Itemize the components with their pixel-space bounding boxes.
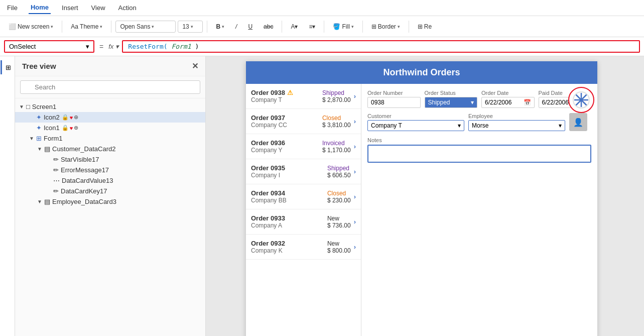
border-button[interactable]: ⊞ Border ▾ — [367, 21, 405, 33]
theme-button[interactable]: Aa Theme ▾ — [66, 21, 107, 33]
formula-input[interactable]: ResetForm( Form1 ) — [122, 40, 640, 53]
value-order-date: 6/22/2006 — [485, 99, 511, 106]
menu-view[interactable]: View — [89, 2, 107, 14]
select-customer[interactable]: Company T ▾ — [367, 120, 464, 131]
formula-keyword: ResetForm( — [128, 43, 167, 50]
order-amount-0938: $ 2,870.00 — [322, 96, 351, 103]
fill-label: Fill — [342, 23, 349, 30]
fill-icon: 🪣 — [333, 23, 340, 30]
order-company-0936: Company Y — [251, 147, 285, 154]
icon1-lock: 🔒 — [62, 125, 69, 131]
bold-button[interactable]: B ▾ — [211, 21, 229, 33]
strikethrough-button[interactable]: abc — [259, 21, 278, 33]
order-row-0933[interactable]: Order 0933 Company A New $ 736.00 › — [246, 209, 361, 235]
menu-action[interactable]: Action — [116, 2, 139, 14]
tree-close-icon[interactable]: ✕ — [192, 61, 198, 71]
icon-datacardval13: ⋯ — [53, 177, 60, 184]
fill-button[interactable]: 🪣 Fill ▾ — [328, 21, 358, 33]
icon-employee-dc3: ▤ — [44, 198, 50, 205]
label-datacardval13: DataCardValue13 — [62, 177, 113, 184]
menu-file[interactable]: File — [5, 2, 20, 14]
tree-node-icon1[interactable]: ✦ Icon1 🔒 ♥ ⊕ — [15, 123, 205, 133]
font-size-selector[interactable]: 13 ▾ — [178, 21, 203, 33]
input-order-date[interactable]: 6/22/2006 📅 — [481, 97, 535, 108]
input-order-number[interactable]: 0938 — [367, 97, 421, 108]
label-errormsg17: ErrorMessage17 — [61, 166, 109, 174]
order-number-0935: Order 0935 — [251, 164, 285, 172]
icon-overlay[interactable] — [568, 87, 594, 113]
menu-bar: File Home Insert View Action — [0, 0, 644, 16]
app-body: Order 0938 ⚠ Company T Shipped $ 2,870.0… — [246, 84, 597, 336]
warning-icon-0938: ⚠ — [287, 89, 293, 96]
order-info-0935: Shipped $ 606.50 — [327, 165, 351, 179]
font-family-selector[interactable]: Open Sans ▾ — [115, 21, 176, 33]
tree-search-area: 🔍 — [15, 76, 205, 98]
sep5 — [324, 21, 324, 33]
font-color-button[interactable]: A▾ — [286, 21, 302, 33]
icon-customer-dc2: ▤ — [44, 145, 50, 153]
tree-node-datacardkey17[interactable]: ✏ DataCardKey17 — [15, 186, 205, 196]
order-row-0935[interactable]: Order 0935 Company I Shipped $ 606.50 › — [246, 159, 361, 184]
layers-icon-btn[interactable]: ⊞ — [1, 60, 15, 74]
bold-chevron: ▾ — [222, 24, 224, 29]
order-number-0933: Order 0933 — [251, 214, 285, 222]
order-company-0937: Company CC — [251, 122, 287, 129]
order-row-0938[interactable]: Order 0938 ⚠ Company T Shipped $ 2,870.0… — [246, 84, 361, 109]
font-family-chevron: ▾ — [152, 24, 154, 29]
menu-insert[interactable]: Insert — [60, 2, 80, 14]
tree-node-starvisible17[interactable]: ✏ StarVisible17 — [15, 154, 205, 165]
icon2-plus: ⊕ — [74, 114, 78, 121]
italic-icon: / — [235, 23, 237, 30]
value-order-number: 0938 — [371, 99, 384, 106]
order-left-0934: Order 0934 Company BB — [251, 189, 287, 204]
fx-indicator[interactable]: fx ▾ — [108, 43, 119, 50]
icon1-plus: ⊕ — [74, 125, 78, 131]
tree-node-icon2[interactable]: ✦ Icon2 🔒 ♥ ⊕ — [15, 112, 205, 123]
search-input[interactable] — [20, 80, 200, 94]
order-amount-0935: $ 606.50 — [327, 172, 351, 179]
menu-home[interactable]: Home — [29, 2, 51, 14]
new-screen-label: New screen — [18, 23, 49, 30]
order-left-0938: Order 0938 ⚠ Company T — [251, 89, 293, 103]
value-customer: Company T — [371, 122, 402, 129]
icon1-badges: 🔒 ♥ ⊕ — [62, 125, 79, 131]
label-order-date: Order Date — [481, 90, 535, 96]
property-selector[interactable]: OnSelect ▾ — [4, 40, 94, 53]
order-row-0934[interactable]: Order 0934 Company BB Closed $ 230.00 › — [246, 184, 361, 209]
order-right-0932: New $ 800.00 › — [327, 240, 356, 254]
order-row-0937[interactable]: Order 0937 Company CC Closed $ 3,810.00 … — [246, 109, 361, 134]
sep2 — [111, 21, 111, 33]
field-employee: Employee Morse ▾ — [468, 113, 565, 131]
tree-node-screen1[interactable]: ▼ □ Screen1 — [15, 101, 205, 112]
tree-node-datacardval13[interactable]: ⋯ DataCardValue13 — [15, 175, 205, 186]
order-row-0932[interactable]: Order 0932 Company K New $ 800.00 › — [246, 235, 361, 260]
label-order-number: Order Number — [367, 90, 421, 96]
detail-panel: Order Number 0938 Order Status Shipped ▾ — [361, 84, 597, 336]
tree-node-employee-dc3[interactable]: ▼ ▤ Employee_DataCard3 — [15, 196, 205, 207]
align-button[interactable]: ≡▾ — [304, 21, 320, 33]
field-order-status: Order Status Shipped ▾ — [425, 90, 478, 108]
underline-button[interactable]: U — [243, 21, 257, 33]
input-notes[interactable] — [367, 145, 591, 163]
select-employee[interactable]: Morse ▾ — [468, 120, 565, 131]
order-company-0935: Company I — [251, 172, 285, 179]
arrow-employee-dc3: ▼ — [37, 199, 44, 204]
re-button[interactable]: ⊞ Re — [413, 21, 436, 33]
tree-node-customer-dc2[interactable]: ▼ ▤ Customer_DataCard2 — [15, 144, 205, 154]
sep3 — [207, 21, 207, 33]
app-header: Northwind Orders — [246, 61, 597, 84]
value-paid-date: 6/22/2006 — [542, 99, 569, 106]
employee-avatar: 👤 — [569, 113, 587, 131]
order-row-0936[interactable]: Order 0936 Company Y Invoiced $ 1,170.00… — [246, 134, 361, 159]
strikethrough-icon: abc — [264, 23, 273, 30]
equals-sign: = — [97, 43, 105, 51]
tree-node-errormsg17[interactable]: ✏ ErrorMessage17 — [15, 165, 205, 175]
order-info-0937: Closed $ 3,810.00 — [322, 115, 351, 129]
app-container: Northwind Orders Order 0938 ⚠ Company T — [246, 61, 597, 336]
order-company-0934: Company BB — [251, 197, 287, 204]
tree-node-form1[interactable]: ▼ ⊞ Form1 — [15, 133, 205, 144]
italic-button[interactable]: / — [231, 21, 241, 33]
select-order-status[interactable]: Shipped ▾ — [425, 97, 478, 108]
order-info-0936: Invoiced $ 1,170.00 — [322, 140, 351, 154]
new-screen-button[interactable]: ⬜ New screen ▾ — [4, 21, 58, 33]
